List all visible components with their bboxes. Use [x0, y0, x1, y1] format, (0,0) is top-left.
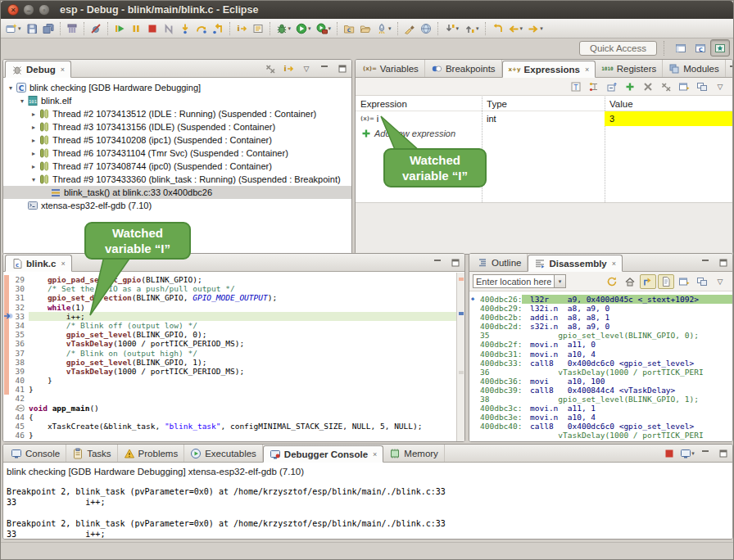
code-line[interactable]: 39 vTaskDelay(1000 / portTICK_PERIOD_MS)… [3, 367, 464, 376]
save-all-button[interactable] [40, 20, 57, 38]
dropdown-arrow-icon[interactable]: ▾ [288, 25, 292, 32]
minimize-button[interactable] [697, 446, 714, 461]
quick-access-button[interactable]: Quick Access [579, 41, 657, 56]
dropdown-arrow-icon[interactable]: ▾ [388, 25, 392, 32]
link-view-button[interactable] [694, 79, 710, 94]
code-line[interactable]: 42 [3, 394, 464, 403]
code-line[interactable]: 33 i++; [3, 312, 464, 321]
code-line[interactable]: 44{ [3, 413, 464, 422]
disassembly-row[interactable]: 35 gpio_set_level(BLINK_GPIO, 0); [469, 331, 732, 340]
code-line[interactable]: 43void app_main() [3, 404, 464, 413]
view-menu-button[interactable]: ▽ [712, 274, 728, 289]
instruction-stepping-button[interactable]: i [280, 61, 297, 76]
tab-tasks[interactable]: Tasks [66, 445, 117, 462]
line-number[interactable]: 37 [3, 349, 25, 358]
instruction-stepping-button[interactable]: i [233, 20, 250, 38]
format-brush-button[interactable] [401, 20, 418, 38]
cpp-perspective-button[interactable]: C [691, 39, 710, 56]
close-tab-icon[interactable]: × [373, 450, 377, 458]
scroll-thumb[interactable] [459, 371, 464, 374]
link-view-button[interactable] [694, 274, 710, 289]
skip-all-breakpoints-button[interactable] [88, 20, 104, 38]
show-type-names-button[interactable]: T [568, 79, 584, 94]
tab-breakpoints[interactable]: Breakpoints [425, 60, 502, 77]
code-line[interactable]: 29 gpio_pad_select_gpio(BLINK_GPIO); [3, 275, 464, 284]
debug-tree-item[interactable]: blink_task() at blink.c:33 0x400dbc26 [3, 186, 351, 199]
tab-debug[interactable]: Debug× [5, 61, 71, 78]
close-tab-icon[interactable]: × [61, 260, 65, 268]
forward-button[interactable]: ▾ [525, 20, 546, 38]
debug-tree-item[interactable]: ▸Thread #6 1073431104 (Tmr Svc) (Suspend… [3, 147, 351, 160]
expression-row[interactable]: (x)=iint3 [356, 111, 732, 126]
code-line[interactable]: 45 xTaskCreate(&blink_task, "blink_task"… [3, 422, 464, 431]
sync-pc-button[interactable] [640, 274, 656, 289]
dropdown-arrow-icon[interactable]: ▾ [476, 25, 479, 32]
tab-modules[interactable]: Modules [663, 60, 725, 77]
disassembly-row[interactable]: 400dbc3c:movi.n a11, 1 [469, 404, 732, 413]
tab-problems[interactable]: Problems [118, 445, 185, 462]
disassembly-row[interactable]: 400dbc2d:s32i.n a8, a9, 0 [469, 322, 732, 331]
minimize-window-icon[interactable]: – [23, 4, 34, 16]
suspend-button[interactable] [128, 20, 144, 38]
location-input[interactable] [473, 274, 555, 288]
tree-expander-icon[interactable]: ▾ [29, 176, 38, 183]
refresh-button[interactable] [604, 274, 620, 289]
line-number[interactable]: 46 [3, 431, 25, 440]
line-number[interactable]: 36 [3, 339, 25, 348]
save-button[interactable] [24, 20, 40, 38]
titlebar[interactable]: ✕ – ▫ esp - Debug - blink/main/blink.c -… [1, 1, 733, 19]
dropdown-arrow-icon[interactable]: ▾ [691, 450, 695, 457]
disassembly-row[interactable]: 400dbc29:l32i.n a8, a9, 0 [469, 304, 732, 313]
tab-disassembly[interactable]: Disassembly× [528, 255, 623, 272]
tree-expander-icon[interactable]: ▾ [7, 84, 15, 92]
maximize-window-icon[interactable]: ▫ [39, 4, 50, 16]
line-number[interactable]: 45 [3, 422, 25, 431]
close-window-icon[interactable]: ✕ [7, 4, 19, 16]
line-number[interactable]: 40 [3, 376, 25, 385]
column-header-value[interactable]: Value [605, 99, 733, 109]
overview-ruler[interactable] [456, 273, 464, 441]
line-number[interactable]: 33 [3, 312, 25, 321]
line-number[interactable]: 38 [3, 358, 25, 367]
tree-expander-icon[interactable]: ▸ [29, 163, 38, 170]
line-number[interactable]: 31 [3, 293, 25, 302]
tab-blink-c[interactable]: cblink.c× [5, 255, 72, 272]
launch-button[interactable]: ▾ [374, 20, 394, 38]
dropdown-arrow-icon[interactable]: ▾ [328, 25, 332, 32]
debug-tree-item[interactable]: ▾Thread #9 1073433360 (blink_task : Runn… [3, 173, 351, 186]
dropdown-arrow-icon[interactable]: ▾ [308, 25, 311, 32]
trace-control-button[interactable] [250, 20, 266, 38]
disassembly-row[interactable]: ◆400dbc26:l32r a9, 0x400d045c <_stext+10… [469, 295, 732, 304]
code-line[interactable]: 32 while(1) [3, 303, 464, 312]
disassembly-row[interactable]: 36 vTaskDelay(1000 / portTICK_PERI [469, 368, 732, 377]
previous-annotation-button[interactable]: ▾ [461, 20, 482, 38]
open-perspective-button[interactable] [671, 39, 691, 56]
debug-tree-item[interactable]: ▾101blink.elf [3, 94, 351, 107]
dropdown-arrow-icon[interactable]: ▾ [540, 25, 543, 32]
new-c-project-button[interactable]: C [341, 20, 357, 38]
debug-button[interactable]: ▾ [274, 20, 294, 38]
tab-executables[interactable]: Executables [184, 445, 263, 462]
column-header-expression[interactable]: Expression [356, 99, 482, 109]
line-number[interactable]: 29 [3, 275, 25, 284]
tab-outline[interactable]: Outline [471, 254, 528, 271]
column-header-type[interactable]: Type [482, 99, 605, 109]
disassembly-row[interactable]: 400dbc36:movi a10, 100 [469, 377, 732, 386]
display-console-button[interactable]: ▾ [679, 446, 695, 461]
code-editor[interactable]: 29 gpio_pad_select_gpio(BLINK_GPIO);30 /… [3, 273, 464, 441]
show-source-button[interactable] [658, 274, 674, 289]
debug-tree-item[interactable]: ▾Cblink checking [GDB Hardware Debugging… [3, 81, 351, 94]
disassembly-row[interactable]: 400dbc39:call8 0x400844c4 <vTaskDelay> [469, 386, 732, 395]
code-line[interactable]: 40 } [3, 376, 464, 385]
disconnect-button[interactable] [161, 20, 177, 38]
dropdown-arrow-icon[interactable]: ▾ [456, 25, 460, 32]
new-view-button[interactable] [676, 274, 692, 289]
debug-perspective-button[interactable] [710, 39, 730, 56]
debug-tree-item[interactable]: ▸Thread #5 1073410208 (ipc1) (Suspended … [3, 133, 351, 147]
tree-expander-icon[interactable]: ▾ [18, 97, 26, 105]
tree-expander-icon[interactable]: ▸ [29, 111, 38, 118]
location-dropdown-icon[interactable]: ▾ [555, 274, 566, 288]
external-tools-button[interactable]: ▾ [314, 20, 334, 38]
new-wizard-button[interactable]: ▾ [3, 20, 24, 38]
line-number[interactable]: 34 [3, 321, 25, 330]
